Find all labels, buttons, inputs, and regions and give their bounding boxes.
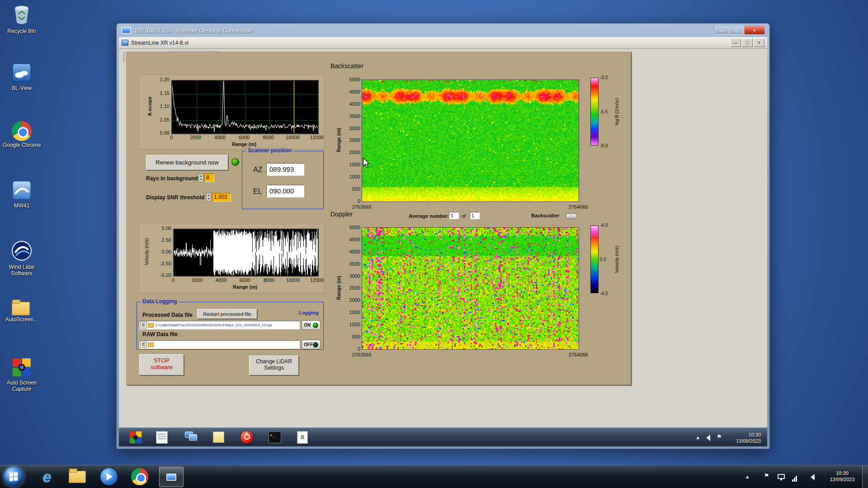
tray-volume-icon[interactable]: [807, 474, 815, 480]
rays-in-background-label: Rays in background: [146, 175, 198, 182]
snr-threshold-field[interactable]: 1.002: [212, 193, 231, 202]
toggle-knob: [566, 214, 571, 218]
remote-hidden-icons-caret[interactable]: ▴: [696, 434, 699, 441]
desktop-icon-chrome[interactable]: Google Chrome: [0, 121, 43, 149]
rdp-window: 192.168.0.150 - Remote Desktop Connectio…: [116, 23, 770, 449]
desktop-icon-recycle-bin[interactable]: Recycle Bin: [0, 5, 43, 35]
a-scope-y-ticks: 1.201.151.101.050.99: [153, 77, 170, 136]
rdp-maximize-button[interactable]: □: [730, 26, 743, 35]
recycle-bin-icon: [0, 5, 43, 27]
velocity-x-ticks: 020004000600080001000012000: [164, 277, 326, 283]
show-desktop-button[interactable]: [862, 465, 868, 488]
browse-folder-icon[interactable]: [148, 343, 154, 347]
app-titlebar[interactable]: StreamLine XR v14-6.vi — □ ×: [119, 37, 767, 49]
renew-background-button[interactable]: Renew background now: [146, 155, 228, 170]
rdp-icon: [166, 474, 176, 481]
console-icon[interactable]: >_: [269, 432, 281, 443]
doppler-y-axis-label: Range (m): [336, 227, 342, 349]
off-led-dot: [313, 342, 318, 347]
desktop: Recycle Bin BL-View Google Chrome MW41 W…: [0, 0, 868, 488]
snr-spinner[interactable]: ▲▼: [206, 193, 211, 202]
bl-view-icon: [0, 63, 43, 84]
backscatter-toggle-label: Backscatter: [531, 213, 559, 218]
processed-data-file-label: Processed Data file: [142, 312, 193, 318]
backscatter-title: Backscatter: [330, 62, 363, 70]
desktop-icon-mw41[interactable]: MW41: [0, 181, 43, 209]
screen-capture-icon: [0, 358, 43, 379]
doppler-colorbar-ticks: -4.00.0-4.0: [600, 223, 608, 296]
change-lidar-settings-button[interactable]: Change LiDAR Settings: [249, 356, 299, 375]
tray-flag-icon[interactable]: ⚑: [764, 472, 769, 479]
notes-icon[interactable]: [213, 432, 224, 443]
remote-flag-icon[interactable]: ⚑: [717, 433, 722, 440]
app-minimize-button[interactable]: —: [730, 38, 741, 47]
processed-path-field[interactable]: C C:\Lidar\Data\Proc\2023\202309\2023091…: [139, 321, 300, 329]
az-field[interactable]: 089.993: [266, 163, 304, 176]
processed-logging-led[interactable]: ON: [302, 320, 321, 330]
desktop-icon-autoscreen[interactable]: AutoScreen...: [0, 298, 43, 323]
rdp-minimize-button[interactable]: —: [715, 26, 729, 35]
velocity-x-axis-label: Range (m): [222, 284, 268, 290]
of-label: of: [462, 213, 466, 219]
rdp-titlebar[interactable]: 192.168.0.150 - Remote Desktop Connectio…: [117, 23, 769, 37]
power-icon[interactable]: [241, 431, 253, 444]
chrome-taskbar-icon[interactable]: [131, 468, 148, 485]
data-logging-group: Data Logging Processed Data file Restart…: [137, 302, 324, 350]
snr-threshold-label: Display SNR threshold: [146, 194, 204, 201]
start-button[interactable]: [4, 467, 24, 487]
screen-capture-taskbar-icon[interactable]: [129, 431, 142, 446]
tray-network-icon[interactable]: [792, 474, 797, 482]
remote-clock[interactable]: 10:30 13/09/2023: [736, 432, 761, 445]
rdp-close-button[interactable]: ×: [744, 26, 765, 35]
average-number-field[interactable]: 1: [449, 212, 459, 219]
tiles-icon[interactable]: [185, 432, 197, 441]
media-player-icon[interactable]: [100, 468, 118, 485]
scanner-position-group: Scanner position AZ 089.993 EL 090.000: [242, 151, 324, 209]
rays-spinner[interactable]: ▲▼: [198, 174, 203, 182]
doppler-title: Doppler: [330, 211, 353, 218]
velocity-plot: [173, 229, 319, 277]
rdp-taskbar-item[interactable]: [159, 467, 184, 487]
folder-icon: [12, 298, 32, 315]
explorer-icon[interactable]: [69, 471, 86, 483]
taskbar: e ▴ ⚑ 10:30 13/09/2023: [0, 465, 868, 488]
backscatter-heatmap: [362, 80, 579, 202]
el-field[interactable]: 090.000: [266, 185, 304, 197]
a-scope-y-axis-label: A-scope: [147, 80, 153, 132]
backscatter-colorbar-label: log B (1/m/sr): [614, 78, 620, 145]
backscatter-doppler-toggle[interactable]: [566, 213, 577, 219]
backscatter-y-ticks: 5000450040003500300025002000150010005000: [343, 77, 360, 204]
raw-path-field[interactable]: C: [139, 340, 300, 349]
drive-icon: C: [140, 341, 147, 348]
desktop-icon-screen-capture[interactable]: Auto Screen Capture: [0, 358, 43, 393]
backscatter-colorbar: [590, 78, 599, 145]
main-panel: A-scope 1.201.151.101.050.99 02000400060…: [127, 52, 632, 386]
windows-flag-icon: [9, 472, 18, 481]
desktop-icon-wind-lidar[interactable]: Wind Lidar Software: [0, 240, 43, 277]
tray-monitor-icon[interactable]: [778, 474, 785, 479]
rays-in-background-field[interactable]: 8: [204, 174, 214, 182]
wind-lidar-icon: [0, 240, 43, 263]
drive-icon: C: [140, 322, 147, 328]
notepad-icon[interactable]: [156, 431, 168, 444]
browse-folder-icon[interactable]: [148, 323, 154, 328]
raw-logging-led[interactable]: OFF: [302, 340, 321, 349]
taskbar-clock[interactable]: 10:30 13/09/2023: [822, 470, 863, 483]
spreadsheet-icon[interactable]: X: [297, 431, 308, 444]
app-restore-button[interactable]: □: [742, 38, 753, 47]
app-window-title: StreamLine XR v14-6.vi: [131, 40, 189, 46]
remote-volume-icon[interactable]: [702, 435, 710, 441]
app-window-icon: [122, 40, 128, 46]
desktop-icon-bl-view[interactable]: BL-View: [0, 63, 43, 92]
raw-data-file-label: RAW Data file: [142, 331, 178, 338]
doppler-heatmap: [362, 227, 579, 350]
restart-processed-file-button[interactable]: Restart processed file: [197, 309, 257, 319]
rdp-window-icon: [121, 27, 131, 34]
stop-software-button[interactable]: STOP software: [139, 354, 184, 375]
hidden-icons-caret[interactable]: ▴: [746, 473, 749, 480]
ie-icon[interactable]: e: [38, 468, 56, 486]
app-close-button[interactable]: ×: [754, 38, 764, 47]
backscatter-x-last: 3764068: [560, 204, 596, 210]
a-scope-x-axis-label: Range (m): [222, 141, 267, 147]
average-count-field[interactable]: 1: [470, 212, 480, 219]
